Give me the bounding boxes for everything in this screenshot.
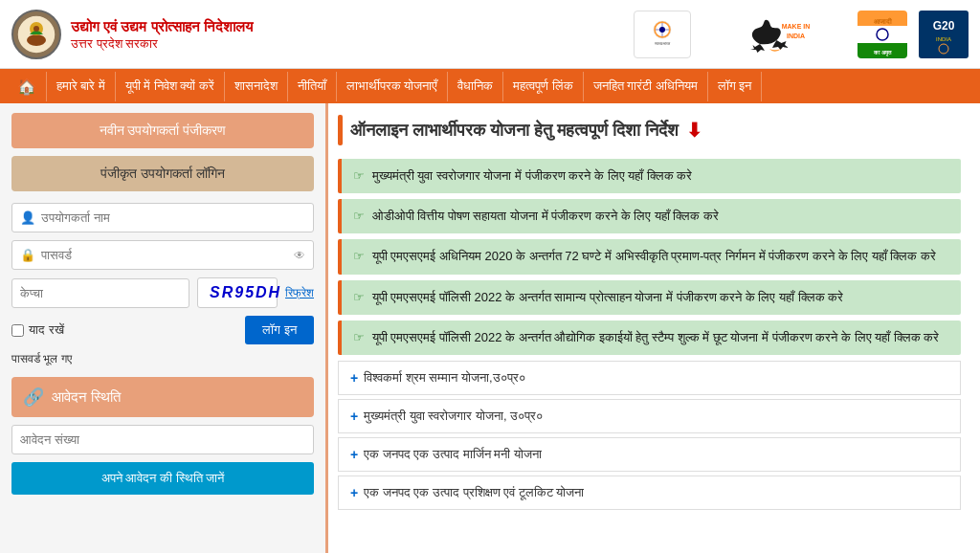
header-title-line1: उद्योग एवं उद्यम प्रोत्साहन निदेशालय (71, 16, 253, 36)
green-link-text-2: यूपी एमएसएमई अधिनियम 2020 के अन्तर्गत 72… (372, 249, 936, 263)
green-link-4[interactable]: ☞ यूपी एमएसएमई पॉलिसी 2022 के अन्तर्गत औ… (338, 321, 961, 355)
captcha-row: SR95DH रिफ्रेश (11, 277, 314, 308)
header: उद्योग एवं उद्यम प्रोत्साहन निदेशालय उत्… (0, 0, 980, 69)
main-nav: 🏠 हमारे बारे में यूपी में निवेश क्यों कर… (0, 69, 980, 103)
app-number-input[interactable] (11, 425, 314, 454)
azadi-badge: आजादी का अमृत (858, 11, 907, 58)
header-title-block: उद्योग एवं उद्यम प्रोत्साहन निदेशालय उत्… (71, 16, 253, 52)
username-input[interactable] (41, 210, 305, 225)
user-icon: 👤 (20, 210, 35, 225)
govt-logo (11, 10, 61, 59)
green-link-text-3: यूपी एमएसएमई पॉलिसी 2022 के अन्तर्गत साम… (372, 290, 844, 304)
content-title: ऑनलाइन लाभार्थीपरक योजना हेतु महत्वपूर्ण… (338, 115, 965, 145)
arrow-icon-0: ☞ (353, 168, 365, 183)
content-title-text: ऑनलाइन लाभार्थीपरक योजना हेतु महत्वपूर्ण… (350, 121, 679, 141)
check-status-button[interactable]: अपने आवेदन की स्थिति जानें (11, 462, 314, 495)
svg-text:आजादी: आजादी (874, 17, 892, 25)
green-link-text-4: यूपी एमएसएमई पॉलिसी 2022 के अन्तर्गत औद्… (372, 330, 940, 344)
expand-item-1[interactable]: + मुख्यमंत्री युवा स्वरोजगार योजना, उ०प्… (338, 399, 961, 433)
green-link-3[interactable]: ☞ यूपी एमएसएमई पॉलिसी 2022 के अन्तर्गत स… (338, 280, 961, 315)
svg-text:का अमृत: का अमृत (873, 50, 892, 56)
registered-user-btn[interactable]: पंजीकृत उपयोगकर्ता लॉगिन (11, 156, 314, 191)
svg-rect-20 (919, 11, 969, 58)
nav-home[interactable]: 🏠 (8, 72, 47, 101)
refresh-link[interactable]: रिफ्रेश (285, 286, 314, 299)
plus-icon-0: + (350, 370, 358, 386)
make-in-india-logo: MAKE IN INDIA (702, 10, 846, 59)
nav-orders[interactable]: शासनादेश (225, 72, 288, 101)
expand-item-3[interactable]: + एक जनपद एक उत्पाद प्रशिक्षण एवं टूलकिट… (338, 476, 961, 510)
green-link-1[interactable]: ☞ ओडीओपी वित्तीय पोषण सहायता योजना में प… (338, 199, 961, 233)
green-link-0[interactable]: ☞ मुख्यमंत्री युवा स्वरोजगार योजना में प… (338, 159, 961, 193)
swachh-bharat-logo: स्वच्छ भारत (634, 11, 691, 58)
eye-icon[interactable]: 👁 (294, 249, 305, 262)
g20-badge: G20 INDIA (919, 11, 969, 58)
expand-item-0[interactable]: + विश्वकर्मा श्रम सम्मान योजना,उ०प्र० (338, 361, 961, 395)
plus-icon-2: + (350, 447, 358, 462)
captcha-display: SR95DH (197, 277, 278, 308)
svg-text:स्वच्छ भारत: स्वच्छ भारत (654, 42, 672, 46)
expand-item-2[interactable]: + एक जनपद एक उत्पाद मार्जिन मनी योजना (338, 437, 961, 472)
expand-label-0: विश्वकर्मा श्रम सम्मान योजना,उ०प्र० (364, 370, 524, 386)
svg-point-1 (27, 34, 46, 46)
app-status-section: 🔗 आवेदन स्थिति (11, 377, 314, 417)
main-content: नवीन उपयोगकर्ता पंजीकरण पंजीकृत उपयोगकर्… (0, 103, 980, 553)
green-link-text-0: मुख्यमंत्री युवा स्वरोजगार योजना में पंज… (372, 168, 693, 183)
svg-text:INDIA: INDIA (787, 33, 805, 39)
sidebar: नवीन उपयोगकर्ता पंजीकरण पंजीकृत उपयोगकर्… (0, 103, 325, 553)
content-scroll-area[interactable]: ☞ मुख्यमंत्री युवा स्वरोजगार योजना में प… (338, 159, 965, 514)
captcha-input[interactable] (11, 278, 189, 308)
remember-row: याद रखें लॉग इन (11, 316, 314, 344)
plus-icon-1: + (350, 409, 358, 424)
remember-label[interactable]: याद रखें (11, 322, 64, 338)
green-link-text-1: ओडीओपी वित्तीय पोषण सहायता योजना में पंज… (372, 209, 719, 223)
nav-invest[interactable]: यूपी में निवेश क्यों करें (116, 72, 225, 101)
username-group: 👤 (11, 203, 314, 232)
nav-schemes[interactable]: लाभार्थीपरक योजनाएँ (337, 72, 448, 101)
expand-label-1: मुख्यमंत्री युवा स्वरोजगार योजना, उ०प्र० (364, 409, 543, 424)
green-link-2[interactable]: ☞ यूपी एमएसएमई अधिनियम 2020 के अन्तर्गत … (338, 239, 961, 274)
plus-icon-3: + (350, 485, 358, 500)
nav-imp-links[interactable]: महत्वपूर्ण लिंक (503, 72, 583, 101)
svg-text:INDIA: INDIA (936, 36, 951, 42)
title-bar-decoration (338, 115, 343, 145)
share-icon: 🔗 (23, 387, 44, 408)
lock-icon: 🔒 (20, 248, 35, 262)
password-input[interactable] (41, 248, 288, 262)
username-input-wrapper: 👤 (11, 203, 314, 232)
new-user-btn[interactable]: नवीन उपयोगकर्ता पंजीकरण (11, 113, 314, 148)
svg-text:G20: G20 (933, 19, 955, 33)
password-input-wrapper: 🔒 👁 (11, 240, 314, 270)
header-right: स्वच्छ भारत MAKE IN INDIA (634, 10, 969, 59)
arrow-icon-4: ☞ (353, 330, 365, 344)
expand-label-3: एक जनपद एक उत्पाद प्रशिक्षण एवं टूलकिट य… (364, 485, 584, 500)
svg-point-3 (33, 26, 39, 32)
header-left: उद्योग एवं उद्यम प्रोत्साहन निदेशालय उत्… (11, 10, 253, 59)
arrow-icon-2: ☞ (353, 249, 365, 263)
nav-policies[interactable]: नीतियाँ (288, 72, 337, 101)
remember-checkbox[interactable] (11, 324, 24, 337)
header-title-line2: उत्तर प्रदेश सरकार (71, 36, 253, 52)
svg-text:MAKE IN: MAKE IN (782, 23, 811, 30)
nav-login[interactable]: लॉग इन (708, 72, 762, 101)
download-icon[interactable]: ⬇ (686, 119, 702, 142)
login-button[interactable]: लॉग इन (245, 316, 314, 344)
password-group: 🔒 👁 (11, 240, 314, 270)
app-status-title: आवेदन स्थिति (52, 388, 121, 406)
arrow-icon-3: ☞ (353, 290, 365, 304)
forgot-password-link[interactable]: पासवर्ड भूल गए (11, 352, 314, 365)
nav-about[interactable]: हमारे बारे में (47, 72, 116, 101)
expand-label-2: एक जनपद एक उत्पाद मार्जिन मनी योजना (364, 447, 542, 462)
content-area: ऑनलाइन लाभार्थीपरक योजना हेतु महत्वपूर्ण… (325, 103, 980, 553)
nav-legal[interactable]: वैधानिक (448, 72, 503, 101)
nav-guarantee[interactable]: जनहित गारंटी अधिनियम (584, 72, 708, 101)
arrow-icon-1: ☞ (353, 209, 365, 223)
